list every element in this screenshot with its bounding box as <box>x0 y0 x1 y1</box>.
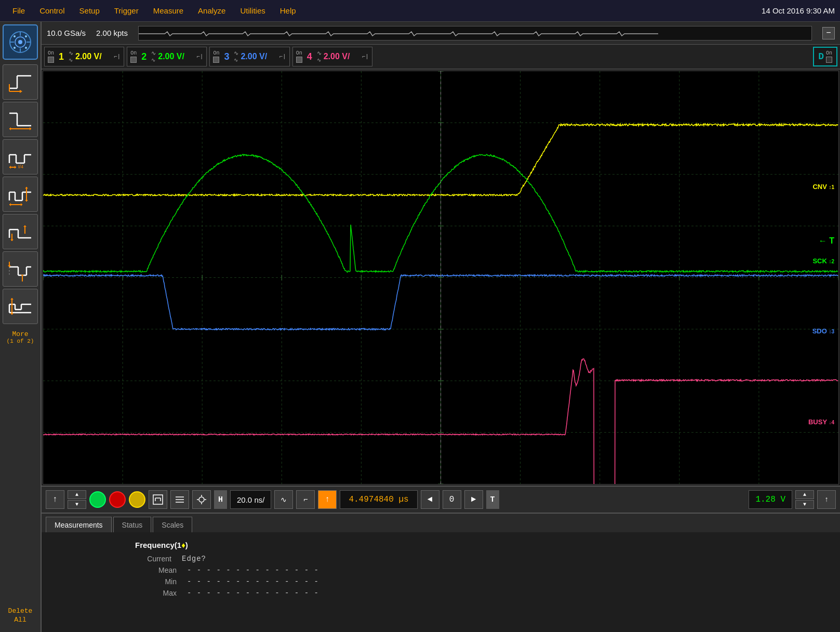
svg-marker-21 <box>9 127 11 130</box>
measurements-panel: Measurements Status Scales Frequency(1♦)… <box>42 513 840 632</box>
tab-measurements[interactable]: Measurements <box>46 517 112 532</box>
svg-marker-31 <box>15 166 16 169</box>
delete-all-button[interactable]: Delete All <box>6 605 35 627</box>
up-arrow-button[interactable]: ↑ <box>46 490 64 509</box>
svg-marker-41 <box>21 203 22 206</box>
current-edge-row: Current Edge? <box>135 555 319 563</box>
more-button[interactable]: More (1 of 2) <box>5 328 36 346</box>
ch4-volts: 2.00 V/ <box>324 52 360 61</box>
channel-4-block[interactable]: On 4 ∿ ∿ 2.00 V/ ⌐| <box>292 47 372 66</box>
channel-header: On 1 ∿ ∿ 2.00 V/ ⌐| On 2 ∿ <box>42 45 840 70</box>
content-area: 10.0 GSa/s 2.00 kpts − On 1 ∿ ∿ <box>42 22 840 632</box>
scope-canvas <box>43 71 838 484</box>
time-right-button[interactable]: ► <box>464 490 483 509</box>
menu-trigger[interactable]: Trigger <box>107 4 146 17</box>
svg-point-8 <box>25 35 27 37</box>
menu-setup[interactable]: Setup <box>72 4 107 17</box>
main-layout: I/4 <box>0 22 840 632</box>
minimize-button[interactable]: − <box>822 27 835 39</box>
nav-up-button[interactable]: ▲ <box>68 490 86 499</box>
time-zero-button[interactable]: 0 <box>443 490 461 509</box>
svg-marker-30 <box>9 166 11 169</box>
svg-point-7 <box>14 35 16 37</box>
menu-control[interactable]: Control <box>32 4 72 17</box>
trigger-reset-button[interactable]: ↑ <box>817 490 836 509</box>
menu-measure[interactable]: Measure <box>146 4 191 17</box>
svg-marker-15 <box>20 90 22 93</box>
svg-marker-71 <box>10 298 14 300</box>
signal-icon[interactable]: ∿ <box>274 490 293 509</box>
brightness-button[interactable] <box>192 490 211 509</box>
frequency-title: Frequency(1♦) <box>135 541 319 549</box>
trigger-arrow[interactable]: ↑ <box>318 490 337 509</box>
info-bar: 10.0 GSa/s 2.00 kpts − <box>42 22 840 45</box>
min-row: Min - - - - - - - - - - - - - - <box>135 577 319 586</box>
svg-marker-43 <box>25 187 28 189</box>
channel-2-block[interactable]: On 2 ∿ ∿ 2.00 V/ ⌐| <box>127 47 207 66</box>
menu-help[interactable]: Help <box>273 4 303 17</box>
edge-icon[interactable]: ⌐ <box>296 490 315 509</box>
sck-label: SCK ↕2 <box>812 257 834 265</box>
rising-edge-button[interactable] <box>3 64 38 100</box>
nav-down-button[interactable]: ▼ <box>68 500 86 509</box>
trigger-down-button[interactable]: ▼ <box>795 500 814 509</box>
menu-bar: File Control Setup Trigger Measure Analy… <box>0 0 840 22</box>
t-label: T <box>486 490 499 509</box>
svg-point-6 <box>18 40 22 44</box>
busy-label: BUSY ↓4 <box>808 418 834 426</box>
ch1-volts: 2.00 V/ <box>75 52 112 61</box>
ch2-volts: 2.00 V/ <box>158 52 194 61</box>
falling-edge-button[interactable] <box>3 102 38 137</box>
ch4-number: 4 <box>304 51 315 62</box>
time-per-div: 20.0 ns/ <box>230 490 271 509</box>
sample-rate: 10.0 GSa/s <box>47 29 86 37</box>
svg-point-10 <box>25 47 27 49</box>
svg-rect-73 <box>153 495 163 504</box>
channel-1-block[interactable]: On 1 ∿ ∿ 2.00 V/ ⌐| <box>44 47 124 66</box>
svg-marker-50 <box>23 225 26 227</box>
yellow-circle-button[interactable] <box>129 491 145 508</box>
menu-utilities[interactable]: Utilities <box>233 4 272 17</box>
logo-button[interactable] <box>3 24 38 60</box>
tab-status[interactable]: Status <box>113 517 152 532</box>
positive-pulse-button[interactable] <box>3 214 38 249</box>
cnv-label: CNV ↕1 <box>812 183 834 191</box>
menu-file[interactable]: File <box>5 4 32 17</box>
ch3-number: 3 <box>221 51 232 62</box>
trigger-level: 1.28 V <box>749 490 792 509</box>
square-button[interactable] <box>149 490 167 509</box>
t-arrow-label: ← T <box>819 236 834 246</box>
sdo-label: SDO ↕3 <box>812 327 834 335</box>
ch2-number: 2 <box>139 51 149 62</box>
green-circle-button[interactable] <box>89 491 106 508</box>
bottom-toolbar: ↑ ▲ ▼ <box>42 486 840 513</box>
measurements-content: Frequency(1♦) Current Edge? Mean - - - -… <box>42 532 840 632</box>
red-circle-button[interactable] <box>109 491 126 508</box>
svg-marker-40 <box>9 203 11 206</box>
svg-marker-72 <box>10 313 14 315</box>
svg-marker-22 <box>30 127 31 130</box>
datetime-display: 14 Oct 2016 9:30 AM <box>762 6 835 15</box>
tab-scales[interactable]: Scales <box>153 517 192 532</box>
ch1-number: 1 <box>56 51 66 62</box>
digital-block[interactable]: D On <box>813 47 837 66</box>
left-sidebar: I/4 <box>0 22 42 632</box>
channel-3-block[interactable]: On 3 ∿ ∿ 2.00 V/ ⌐| <box>209 47 289 66</box>
pulse-width-button[interactable]: I/4 <box>3 139 38 174</box>
h-label: H <box>214 490 227 509</box>
negative-pulse-button[interactable] <box>3 251 38 287</box>
period-button[interactable] <box>3 177 38 212</box>
trigger-up-button[interactable]: ▲ <box>795 490 814 499</box>
runt-pulse-button[interactable] <box>3 289 38 324</box>
svg-text:I/4: I/4 <box>18 164 23 169</box>
waveform-overview[interactable] <box>138 26 812 41</box>
time-left-button[interactable]: ◄ <box>421 490 439 509</box>
time-position: 4.4974840 µs <box>340 490 417 509</box>
layers-button[interactable] <box>170 490 189 509</box>
max-row: Max - - - - - - - - - - - - - - <box>135 589 319 597</box>
ch3-volts: 2.00 V/ <box>241 52 277 61</box>
svg-marker-52 <box>10 239 14 241</box>
scope-display: CNV ↕1 ← T SCK ↕2 SDO ↕3 BUSY ↓4 <box>43 71 839 485</box>
menu-analyze[interactable]: Analyze <box>191 4 233 17</box>
kpts-display: 2.00 kpts <box>96 29 128 37</box>
